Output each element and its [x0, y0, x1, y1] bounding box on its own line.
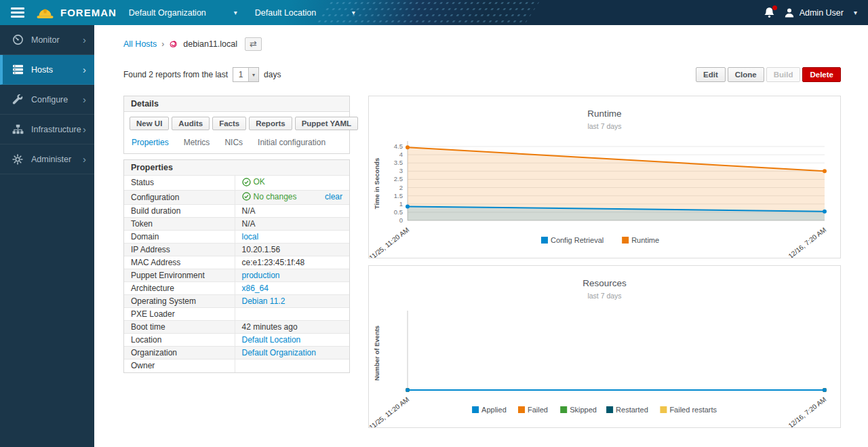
- wrench-icon: [12, 94, 25, 105]
- table-row: Puppet Environmentproduction: [124, 269, 349, 282]
- server-icon: [12, 64, 25, 75]
- notifications-button[interactable]: [764, 7, 775, 18]
- location-switcher[interactable]: Default Location ▾: [248, 0, 362, 25]
- property-link[interactable]: Default Location: [242, 335, 301, 345]
- property-value: OK: [235, 176, 349, 191]
- property-link[interactable]: x86_64: [242, 284, 269, 293]
- property-link[interactable]: local: [242, 232, 259, 241]
- details-panel-title: Details: [124, 96, 349, 112]
- property-value: N/A: [235, 218, 349, 231]
- svg-text:Time in Seconds: Time in Seconds: [373, 158, 380, 209]
- property-label: Operating System: [124, 295, 235, 308]
- property-link[interactable]: production: [242, 271, 280, 280]
- property-link[interactable]: Default Organization: [242, 348, 316, 357]
- charts-column: Runtimelast 7 days00.511.522.533.544.5Ti…: [368, 96, 841, 428]
- property-label: Build duration: [124, 205, 235, 218]
- new-ui-button[interactable]: New UI: [130, 117, 169, 130]
- svg-text:12/16, 7:20 AM: 12/16, 7:20 AM: [787, 395, 827, 427]
- property-value: [235, 308, 349, 321]
- menu-toggle-icon[interactable]: [11, 5, 24, 20]
- svg-text:0.5: 0.5: [394, 208, 403, 216]
- tab-properties[interactable]: Properties: [132, 138, 169, 147]
- svg-text:Applied: Applied: [481, 406, 507, 414]
- tab-initial-configuration[interactable]: Initial configuration: [258, 138, 326, 147]
- property-label: Organization: [124, 347, 235, 359]
- tab-metrics[interactable]: Metrics: [184, 138, 210, 147]
- property-link[interactable]: Debian 11.2: [242, 296, 285, 306]
- tab-nics[interactable]: NICs: [224, 138, 243, 147]
- chart-canvas: Resourceslast 7 daysNumber of Events11/2…: [369, 266, 840, 427]
- host-switcher-button[interactable]: ⇄: [245, 37, 262, 51]
- svg-text:3.5: 3.5: [394, 159, 403, 166]
- sidebar-item-monitor[interactable]: Monitor›: [0, 25, 94, 55]
- edit-button[interactable]: Edit: [696, 67, 726, 82]
- report-toolbar: Found 2 reports from the last 1 ▾ days E…: [123, 67, 841, 82]
- svg-text:Number of Events: Number of Events: [373, 326, 380, 381]
- svg-text:last 7 days: last 7 days: [587, 292, 621, 300]
- foreman-logo[interactable]: FOREMAN: [36, 6, 117, 20]
- property-label: Boot time: [124, 321, 235, 334]
- clear-link[interactable]: clear: [325, 192, 342, 201]
- property-label: Domain: [124, 231, 235, 244]
- sidebar-item-administer[interactable]: Administer›: [0, 144, 94, 174]
- property-value: 10.20.1.56: [235, 244, 349, 256]
- user-menu[interactable]: Admin User ▾: [784, 7, 857, 18]
- host-details-column: Details New UIAuditsFactsReportsPuppet Y…: [123, 96, 350, 373]
- check-circle-icon: [242, 192, 251, 201]
- location-label: Default Location: [255, 8, 316, 18]
- details-tabs: PropertiesMetricsNICsInitial configurati…: [124, 134, 349, 153]
- property-label: Configuration: [124, 190, 235, 205]
- svg-text:Failed restarts: Failed restarts: [669, 406, 717, 414]
- puppet-yaml-button[interactable]: Puppet YAML: [295, 117, 358, 130]
- breadcrumb-all-hosts-link[interactable]: All Hosts: [123, 39, 157, 49]
- breadcrumb-host-name: debian11.local: [183, 39, 237, 49]
- property-label: Location: [124, 334, 235, 347]
- gauge-icon: [12, 34, 25, 45]
- sidebar-item-label: Infrastructure: [31, 125, 81, 134]
- check-circle-icon: [242, 178, 251, 187]
- facts-button[interactable]: Facts: [212, 117, 246, 130]
- chevron-right-icon: ›: [83, 123, 86, 135]
- resources-chart: Resourceslast 7 daysNumber of Events11/2…: [368, 265, 841, 428]
- report-days-text: days: [264, 70, 281, 79]
- property-value: [235, 359, 349, 372]
- status-badge: OK: [242, 177, 265, 187]
- audits-button[interactable]: Audits: [172, 117, 210, 130]
- organization-switcher[interactable]: Default Organization ▾: [122, 0, 244, 25]
- table-row: Boot time42 minutes ago: [124, 321, 349, 334]
- sidebar-item-label: Hosts: [31, 65, 53, 75]
- user-icon: [784, 7, 795, 18]
- days-select[interactable]: 1 ▾: [233, 67, 259, 82]
- sidebar-item-hosts[interactable]: Hosts›: [0, 55, 94, 85]
- chevron-down-icon: ▾: [854, 9, 857, 16]
- chevron-down-icon: ▾: [352, 9, 355, 16]
- svg-text:1: 1: [399, 200, 403, 208]
- property-label: IP Address: [124, 244, 235, 256]
- table-row: Operating SystemDebian 11.2: [124, 295, 349, 308]
- masthead: FOREMAN Default Organization ▾ Default L…: [0, 0, 868, 25]
- table-row: Architecturex86_64: [124, 282, 349, 295]
- sidebar-item-label: Monitor: [31, 35, 60, 45]
- sidebar-item-configure[interactable]: Configure›: [0, 85, 94, 115]
- table-row: Owner: [124, 359, 349, 372]
- breadcrumb-separator: ›: [161, 39, 164, 49]
- svg-text:3: 3: [399, 167, 403, 174]
- reports-button[interactable]: Reports: [249, 117, 292, 130]
- table-row: TokenN/A: [124, 218, 349, 231]
- properties-panel-title: Properties: [124, 160, 349, 175]
- property-label: Owner: [124, 359, 235, 372]
- sidebar-nav: Monitor›Hosts›Configure›Infrastructure›A…: [0, 25, 94, 447]
- sidebar-item-infrastructure[interactable]: Infrastructure›: [0, 115, 94, 144]
- svg-text:4: 4: [399, 151, 403, 158]
- user-name: Admin User: [800, 8, 844, 18]
- svg-text:Config Retrieval: Config Retrieval: [551, 236, 604, 244]
- table-row: StatusOK: [124, 176, 349, 191]
- svg-text:Resources: Resources: [583, 278, 627, 288]
- property-value: ce:e1:23:45:1f:48: [235, 256, 349, 269]
- sitemap-icon: [12, 124, 25, 134]
- delete-button[interactable]: Delete: [802, 67, 841, 82]
- chevron-right-icon: ›: [83, 64, 86, 75]
- clone-button[interactable]: Clone: [728, 67, 764, 82]
- gear-icon: [12, 154, 25, 165]
- chevron-right-icon: ›: [83, 94, 86, 105]
